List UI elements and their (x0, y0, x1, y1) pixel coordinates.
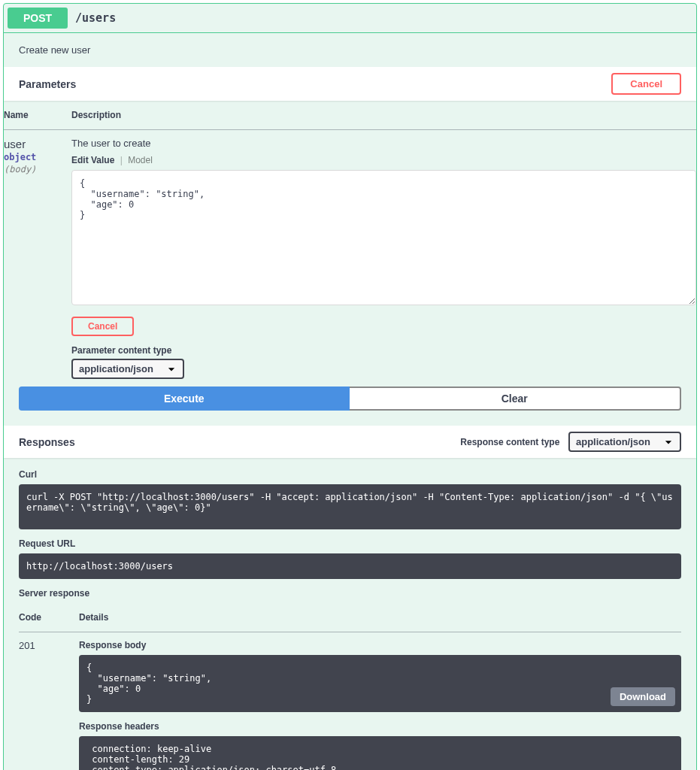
body-param-textarea[interactable] (71, 170, 696, 305)
col-details-header: Details (79, 603, 681, 632)
response-content-type-label: Response content type (460, 437, 559, 447)
endpoint-path: /users (68, 11, 123, 25)
method-badge: POST (8, 8, 68, 29)
curl-block[interactable]: curl -X POST "http://localhost:3000/user… (19, 484, 681, 529)
opblock-summary[interactable]: POST /users (4, 4, 696, 33)
tab-edit-value[interactable]: Edit Value (71, 155, 114, 165)
response-content-type-select[interactable]: application/json (568, 432, 681, 452)
parameter-row: user object (body) The user to create Ed… (4, 130, 696, 387)
execute-button[interactable]: Execute (19, 387, 350, 411)
param-type: object (4, 150, 71, 164)
param-name: user (4, 138, 71, 150)
request-url-label: Request URL (19, 538, 681, 549)
live-response-code: 201 (19, 632, 79, 771)
param-description: The user to create (71, 138, 696, 149)
parameters-heading: Parameters (19, 78, 76, 90)
col-code-header: Code (19, 603, 79, 632)
server-response-label: Server response (19, 588, 681, 599)
response-body-label: Response body (79, 640, 681, 650)
param-content-type-select[interactable]: application/json (71, 359, 184, 379)
tab-model[interactable]: Model (128, 155, 153, 165)
responses-inner: Curl curl -X POST "http://localhost:3000… (4, 458, 696, 770)
parameters-header: Parameters Cancel (4, 67, 696, 101)
response-body-block[interactable]: { "username": "string", "age": 0 }Downlo… (79, 655, 681, 712)
download-button[interactable]: Download (611, 687, 675, 706)
curl-label: Curl (19, 469, 681, 480)
parameters-table: Name Description user object (body) The … (4, 101, 696, 387)
opblock-description: Create new user (4, 33, 696, 67)
col-name-header: Name (4, 101, 71, 130)
opblock-post: POST /users Create new user Parameters C… (3, 3, 697, 770)
cancel-tryout-button[interactable]: Cancel (611, 73, 681, 95)
param-tabs: Edit Value | Model (71, 155, 696, 165)
request-url-block[interactable]: http://localhost:3000/users (19, 553, 681, 579)
param-in: (body) (4, 164, 71, 174)
execute-bar: Execute Clear (4, 387, 696, 426)
clear-button[interactable]: Clear (350, 387, 682, 411)
param-content-type-label: Parameter content type (71, 345, 696, 356)
response-headers-block[interactable]: connection: keep-alive content-length: 2… (79, 736, 681, 770)
live-response-row: 201 Response body { "username": "string"… (19, 632, 681, 771)
responses-header: Responses Response content type applicat… (4, 426, 696, 458)
response-headers-label: Response headers (79, 721, 681, 732)
server-response-table: Code Details 201 Response body { "userna… (19, 603, 681, 770)
param-cancel-button[interactable]: Cancel (71, 317, 134, 336)
responses-heading: Responses (19, 436, 75, 448)
col-description-header: Description (71, 101, 696, 130)
